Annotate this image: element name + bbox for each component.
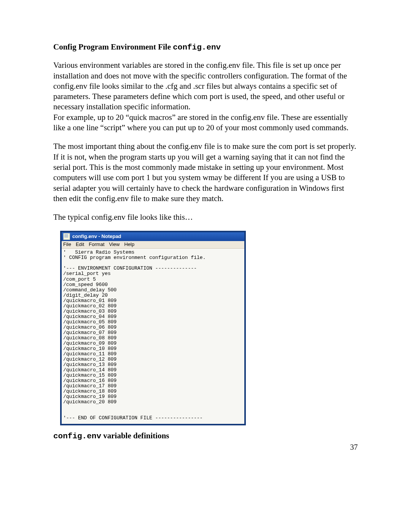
- paragraph-1: Various environment variables are stored…: [53, 60, 358, 133]
- heading-text: Config Program Environment File: [53, 42, 173, 51]
- subsection-heading: config.env variable definitions: [53, 431, 358, 441]
- menu-file[interactable]: File: [63, 241, 71, 248]
- page-number: 37: [350, 442, 358, 452]
- paragraph-3: The typical config.env file looks like t…: [53, 212, 358, 222]
- menu-help[interactable]: Help: [124, 241, 134, 248]
- paragraph-2: The most important thing about the confi…: [53, 141, 358, 204]
- notepad-icon: [63, 233, 70, 240]
- menu-format[interactable]: Format: [89, 241, 104, 248]
- menu-edit[interactable]: Edit: [76, 241, 84, 248]
- notepad-title: config.env - Notepad: [72, 233, 121, 240]
- document-page: Config Program Environment File config.e…: [0, 0, 411, 532]
- section-heading: Config Program Environment File config.e…: [53, 42, 358, 53]
- notepad-titlebar[interactable]: config.env - Notepad: [62, 232, 244, 241]
- notepad-editor[interactable]: ' Sierra Radio Systems ' CONFIG program …: [62, 249, 244, 424]
- notepad-menubar: File Edit Format View Help: [62, 241, 244, 249]
- notepad-window: config.env - Notepad File Edit Format Vi…: [60, 231, 246, 425]
- subheading-text: variable definitions: [101, 431, 169, 440]
- subheading-filename: config.env: [53, 432, 101, 441]
- heading-filename: config.env: [173, 43, 221, 52]
- menu-view[interactable]: View: [109, 241, 120, 248]
